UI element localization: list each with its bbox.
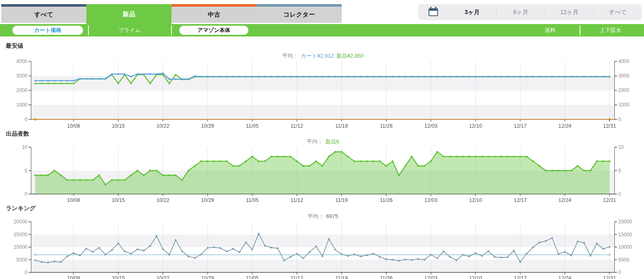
svg-text:4000: 4000 bbox=[16, 58, 27, 64]
svg-text:0: 0 bbox=[24, 191, 27, 197]
expand-toggle[interactable]: 上下拡大 bbox=[590, 24, 631, 36]
range-option-3m[interactable]: 3ヶ月 bbox=[448, 7, 496, 17]
svg-text:10/15: 10/15 bbox=[112, 197, 125, 203]
svg-text:10000: 10000 bbox=[618, 244, 632, 250]
svg-text:0: 0 bbox=[24, 116, 27, 122]
svg-text:0: 0 bbox=[24, 269, 27, 275]
tab-collector-label: コレクター bbox=[257, 7, 342, 23]
seller-count-chart: 0055101010/0810/1510/2210/2911/0511/1211… bbox=[0, 144, 644, 203]
svg-text:10/15: 10/15 bbox=[112, 123, 125, 129]
svg-text:11/19: 11/19 bbox=[335, 123, 348, 129]
calendar-icon-cell bbox=[418, 8, 448, 16]
svg-text:5: 5 bbox=[24, 168, 27, 174]
shipping-toggle[interactable]: 送料 bbox=[532, 24, 568, 36]
svg-text:12/03: 12/03 bbox=[424, 197, 437, 203]
svg-text:1000: 1000 bbox=[618, 102, 629, 108]
svg-text:12/31: 12/31 bbox=[603, 275, 616, 279]
svg-text:11/19: 11/19 bbox=[335, 197, 348, 203]
svg-text:12/24: 12/24 bbox=[558, 197, 571, 203]
svg-text:20000: 20000 bbox=[618, 219, 632, 225]
svg-text:0: 0 bbox=[618, 116, 621, 122]
svg-text:11/26: 11/26 bbox=[380, 275, 392, 279]
svg-text:10/08: 10/08 bbox=[67, 123, 80, 129]
svg-text:12/03: 12/03 bbox=[424, 123, 437, 129]
svg-text:10: 10 bbox=[22, 144, 28, 150]
svg-text:11/05: 11/05 bbox=[246, 123, 258, 129]
tab-all[interactable]: すべて bbox=[1, 4, 86, 24]
svg-text:4000: 4000 bbox=[618, 58, 629, 64]
toolbar-divider bbox=[580, 25, 580, 35]
svg-text:12/24: 12/24 bbox=[558, 123, 571, 129]
svg-text:12/03: 12/03 bbox=[424, 275, 437, 279]
range-option-12m[interactable]: 12ヶ月 bbox=[545, 7, 593, 17]
svg-text:3000: 3000 bbox=[618, 73, 629, 79]
svg-text:12/17: 12/17 bbox=[514, 275, 526, 279]
ranking-chart: 0050005000100001000015000150002000020000… bbox=[0, 218, 644, 279]
svg-text:15000: 15000 bbox=[14, 232, 28, 238]
svg-text:11/26: 11/26 bbox=[380, 197, 392, 203]
svg-text:5000: 5000 bbox=[16, 257, 27, 263]
ranking-chart-title: ランキング bbox=[6, 205, 36, 212]
svg-text:1000: 1000 bbox=[16, 102, 27, 108]
lowest-price-chart-title: 最安値 bbox=[6, 42, 23, 50]
tab-used[interactable]: 中古 bbox=[171, 4, 257, 24]
svg-text:2000: 2000 bbox=[16, 87, 27, 93]
svg-text:10/08: 10/08 bbox=[67, 275, 80, 279]
svg-text:10000: 10000 bbox=[14, 244, 28, 250]
cart-price-toggle[interactable]: カート価格 bbox=[12, 26, 83, 35]
amazon-toggle[interactable]: アマゾン本体 bbox=[179, 26, 248, 35]
svg-text:2000: 2000 bbox=[618, 87, 629, 93]
lowest-price-chart: 001000100020002000300030004000400010/081… bbox=[0, 58, 644, 129]
tab-all-label: すべて bbox=[1, 7, 86, 23]
tab-new[interactable]: 新品 bbox=[86, 4, 171, 24]
calendar-icon bbox=[429, 8, 438, 16]
toolbar-divider bbox=[88, 25, 89, 35]
tab-new-label: 新品 bbox=[86, 4, 171, 24]
svg-text:10/22: 10/22 bbox=[157, 275, 169, 279]
seller-count-chart-title: 出品者数 bbox=[6, 130, 29, 138]
svg-text:0: 0 bbox=[618, 269, 621, 275]
svg-text:11/05: 11/05 bbox=[246, 197, 258, 203]
svg-text:10/22: 10/22 bbox=[157, 123, 169, 129]
range-option-6m[interactable]: 6ヶ月 bbox=[496, 7, 545, 17]
toolbar-divider bbox=[171, 25, 172, 35]
tab-used-label: 中古 bbox=[171, 7, 257, 23]
svg-text:12/31: 12/31 bbox=[603, 197, 616, 203]
date-range-selector: 3ヶ月 6ヶ月 12ヶ月 すべて bbox=[418, 4, 642, 20]
svg-text:12/31: 12/31 bbox=[603, 123, 616, 129]
svg-text:11/26: 11/26 bbox=[380, 123, 392, 129]
svg-text:11/12: 11/12 bbox=[291, 123, 303, 129]
svg-text:12/10: 12/10 bbox=[469, 275, 482, 279]
svg-text:5: 5 bbox=[618, 168, 621, 174]
svg-text:20000: 20000 bbox=[14, 219, 28, 225]
svg-text:3000: 3000 bbox=[16, 73, 27, 79]
svg-text:12/24: 12/24 bbox=[558, 275, 571, 279]
svg-text:11/19: 11/19 bbox=[335, 275, 348, 279]
range-option-all[interactable]: すべて bbox=[593, 7, 642, 17]
svg-text:10/29: 10/29 bbox=[201, 123, 214, 129]
condition-tabs: すべて 新品 中古 コレクター bbox=[1, 4, 342, 24]
prime-toggle[interactable]: プライム bbox=[109, 24, 150, 36]
svg-text:12/17: 12/17 bbox=[514, 197, 526, 203]
svg-text:12/10: 12/10 bbox=[469, 123, 482, 129]
series-toolbar: カート価格 プライム アマゾン本体 送料 上下拡大 bbox=[0, 24, 644, 36]
svg-text:15000: 15000 bbox=[618, 232, 632, 238]
svg-text:12/10: 12/10 bbox=[469, 197, 482, 203]
svg-text:11/05: 11/05 bbox=[246, 275, 258, 279]
svg-text:10/29: 10/29 bbox=[201, 275, 214, 279]
svg-text:0: 0 bbox=[618, 191, 621, 197]
svg-text:10/15: 10/15 bbox=[112, 275, 125, 279]
svg-text:10/22: 10/22 bbox=[157, 197, 169, 203]
svg-text:5000: 5000 bbox=[618, 257, 629, 263]
svg-text:10/08: 10/08 bbox=[67, 197, 80, 203]
svg-text:12/17: 12/17 bbox=[514, 123, 526, 129]
svg-text:11/12: 11/12 bbox=[291, 275, 303, 279]
svg-text:11/12: 11/12 bbox=[291, 197, 303, 203]
svg-text:10/29: 10/29 bbox=[201, 197, 214, 203]
tab-collector[interactable]: コレクター bbox=[257, 4, 342, 24]
svg-text:10: 10 bbox=[618, 144, 624, 150]
